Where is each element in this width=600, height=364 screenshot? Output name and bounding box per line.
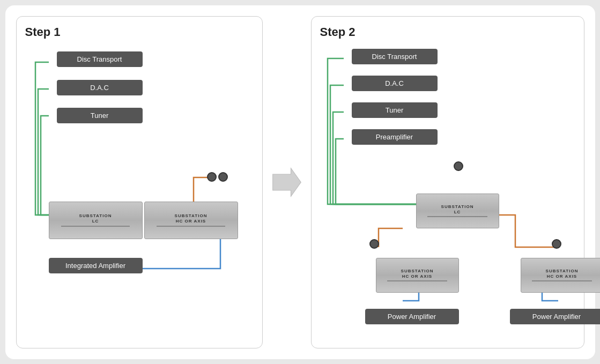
plug-single-2r [454,161,463,171]
tuner-2: Tuner [352,102,438,118]
step2-wires [312,17,584,348]
substation-lc-label-1: SUBSTATIONLC [79,213,112,224]
step2-panel: Step 2 Disc Transport D.A.C [311,16,584,348]
substation-lc-line-1 [61,226,130,227]
arrow-icon [271,166,303,198]
disc-transport-2: Disc Transport [352,49,438,64]
tuner-1: Tuner [57,108,143,123]
substation-hc-left-line-2 [387,280,448,281]
power-amp-left-2: Power Amplifier [365,309,459,324]
dac-1: D.A.C [57,80,143,95]
plug-br-2 [552,239,561,249]
substation-lc-line-2 [427,216,488,217]
step2-title: Step 2 [320,25,575,39]
substation-hc-1: SUBSTATIONHC OR AXIS [144,202,238,239]
disc-transport-1: Disc Transport [57,51,143,67]
step-arrow [268,16,306,348]
substation-hc-right-line-2 [532,280,592,281]
step1-panel: Step 1 Disc Transport [16,16,263,348]
substation-lc-2: SUBSTATIONLC [416,194,499,228]
substation-hc-left-label-2: SUBSTATIONHC OR AXIS [401,269,434,279]
substation-lc-label-2: SUBSTATIONLC [441,204,474,214]
power-amp-right-2: Power Amplifier [510,309,601,324]
step1-title: Step 1 [25,25,254,39]
substation-hc-left-2: SUBSTATIONHC OR AXIS [376,258,459,293]
plug-bl-2 [369,239,379,249]
integrated-amp-1: Integrated Amplifier [49,258,143,273]
substation-lc-1: SUBSTATIONLC [49,202,143,239]
plug-left-1 [207,172,217,182]
substation-hc-right-2: SUBSTATIONHC OR AXIS [521,258,601,293]
preamplifier-2: Preamplifier [352,129,438,145]
main-container: Step 1 Disc Transport [5,5,595,359]
plug-pair-2-right [454,161,463,171]
substation-hc-line-1 [157,226,226,227]
plug-pair-1 [207,172,228,182]
substation-hc-right-label-2: SUBSTATIONHC OR AXIS [546,269,579,279]
dac-2: D.A.C [352,76,438,91]
svg-marker-1 [272,168,301,196]
substation-hc-label-1: SUBSTATIONHC OR AXIS [175,213,208,224]
plug-right-1 [218,172,228,182]
